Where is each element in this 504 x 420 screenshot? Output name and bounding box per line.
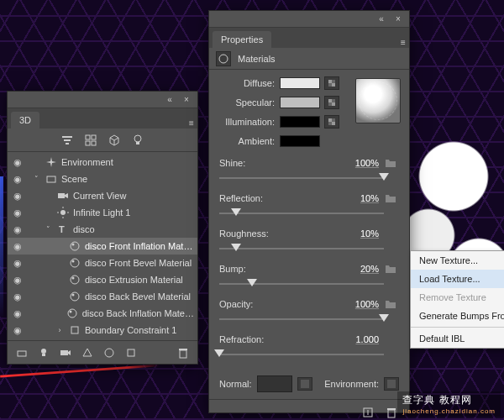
param-slider[interactable] <box>219 278 399 290</box>
sun-icon <box>56 206 70 219</box>
param-value[interactable]: 10% <box>339 228 382 239</box>
param-value[interactable]: 10% <box>339 193 382 203</box>
param-value[interactable]: 100% <box>339 158 382 168</box>
svg-rect-6 <box>92 141 96 145</box>
tree-row-1[interactable]: ◉˅Scene <box>8 171 197 187</box>
close-icon[interactable]: × <box>181 94 192 106</box>
material-icon[interactable] <box>102 345 117 360</box>
texture-menu-icon[interactable] <box>324 76 339 90</box>
visibility-eye-icon[interactable]: ◉ <box>11 241 24 252</box>
cube-icon[interactable] <box>107 133 122 148</box>
visibility-eye-icon[interactable]: ◉ <box>11 157 24 168</box>
svg-rect-45 <box>332 122 335 125</box>
svg-rect-34 <box>180 350 186 358</box>
param-slider[interactable] <box>219 243 399 255</box>
scene-icon <box>45 172 58 186</box>
camera-icon[interactable] <box>58 345 73 360</box>
constraint-icon[interactable] <box>123 345 139 360</box>
color-swatch[interactable] <box>280 116 320 128</box>
param-opacity: Opacity:100% <box>219 297 399 325</box>
close-icon[interactable]: × <box>392 13 404 25</box>
grid-icon[interactable] <box>83 133 98 148</box>
tree-row-2[interactable]: ◉Current View <box>8 187 197 204</box>
lightbulb-icon[interactable] <box>36 345 51 360</box>
tree-row-7[interactable]: ◉disco Extrusion Material <box>8 271 197 288</box>
tree-row-5[interactable]: ◉disco Front Inflation Mat… <box>8 238 197 255</box>
ctx-item-1[interactable]: Load Texture... <box>411 270 504 288</box>
ctx-item-default-ibl[interactable]: Default IBL <box>411 329 504 348</box>
tree-row-0[interactable]: ◉Environment <box>8 154 197 171</box>
svg-rect-8 <box>136 142 139 144</box>
texture-menu-icon[interactable] <box>324 96 339 109</box>
trash-icon[interactable] <box>384 405 399 420</box>
expand-icon[interactable]: ˅ <box>43 225 53 234</box>
tree-row-label: disco Back Inflation Mate… <box>82 308 194 318</box>
svg-point-24 <box>72 294 75 297</box>
param-slider[interactable] <box>219 172 399 184</box>
param-label: Refraction: <box>219 334 280 344</box>
visibility-eye-icon[interactable]: ◉ <box>11 174 24 185</box>
tree-row-10[interactable]: ◉›Boundary Constraint 1 <box>8 322 197 339</box>
visibility-eye-icon[interactable]: ◉ <box>11 275 24 286</box>
svg-rect-28 <box>18 351 26 356</box>
normal-texture-menu[interactable] <box>297 377 312 391</box>
color-swatch[interactable] <box>280 135 320 147</box>
panel-3d-header[interactable]: « × <box>8 92 197 108</box>
folder-icon[interactable] <box>382 193 399 203</box>
trash-icon[interactable] <box>176 345 191 360</box>
material-preview[interactable] <box>355 78 401 123</box>
filter-icon[interactable] <box>60 133 75 148</box>
tree-row-3[interactable]: ◉Infinite Light 1 <box>8 204 197 221</box>
watermark: 查字典 教程网 jiaocheng.chazidian.com <box>397 391 501 417</box>
svg-point-32 <box>105 349 113 357</box>
param-slider[interactable] <box>219 207 399 219</box>
folder-icon[interactable] <box>382 299 399 309</box>
visibility-eye-icon[interactable]: ◉ <box>11 308 24 319</box>
new-material-icon[interactable] <box>360 405 375 420</box>
panel-menu-icon[interactable]: ≡ <box>186 117 197 129</box>
visibility-eye-icon[interactable]: ◉ <box>11 191 24 202</box>
svg-rect-47 <box>387 380 396 388</box>
tab-properties[interactable]: Properties <box>213 31 271 48</box>
panel-properties: « × Properties ≡ Materials Diffuse:Specu… <box>208 10 410 413</box>
lightbulb-icon[interactable] <box>130 133 145 148</box>
collapse-icon[interactable]: « <box>164 94 176 106</box>
visibility-eye-icon[interactable]: ◉ <box>11 224 24 235</box>
svg-point-21 <box>71 276 79 284</box>
tree-row-6[interactable]: ◉disco Front Bevel Material <box>8 255 197 271</box>
panel-properties-tabbar: Properties ≡ <box>209 28 409 48</box>
param-slider[interactable] <box>219 313 399 325</box>
color-swatch[interactable] <box>280 97 320 108</box>
panel-menu-icon[interactable]: ≡ <box>397 36 409 48</box>
tab-3d[interactable]: 3D <box>11 112 39 129</box>
visibility-eye-icon[interactable]: ◉ <box>11 291 24 302</box>
plane-icon[interactable] <box>14 345 29 360</box>
param-value[interactable]: 20% <box>339 264 382 274</box>
visibility-eye-icon[interactable]: ◉ <box>11 325 24 336</box>
texture-menu-icon[interactable] <box>324 115 339 129</box>
tree-row-8[interactable]: ◉disco Back Bevel Material <box>8 288 197 305</box>
mesh-icon[interactable] <box>80 345 95 360</box>
param-value[interactable]: 100% <box>339 299 382 309</box>
normal-swatch[interactable] <box>257 375 292 392</box>
collapse-icon[interactable]: « <box>375 13 387 25</box>
ctx-item-3[interactable]: Generate Bumps From <box>411 307 504 325</box>
expand-icon[interactable]: ˅ <box>31 175 41 183</box>
folder-icon[interactable] <box>382 158 399 168</box>
visibility-eye-icon[interactable]: ◉ <box>11 258 24 269</box>
folder-icon[interactable] <box>382 264 399 274</box>
environment-texture-menu[interactable] <box>384 377 399 391</box>
tree-row-4[interactable]: ◉˅Tdisco <box>8 221 197 238</box>
param-value[interactable]: 1.000 <box>339 334 382 344</box>
visibility-eye-icon[interactable]: ◉ <box>11 207 24 218</box>
properties-subheader: Materials <box>209 48 409 70</box>
ctx-item-0[interactable]: New Texture... <box>411 251 504 270</box>
watermark-text: 查字典 教程网 <box>402 394 471 406</box>
color-swatch[interactable] <box>280 77 320 89</box>
panel-properties-header[interactable]: « × <box>209 11 409 28</box>
tree-row-label: disco <box>73 224 95 234</box>
tree-row-9[interactable]: ◉disco Back Inflation Mate… <box>8 305 197 322</box>
param-slider[interactable] <box>219 349 399 360</box>
expand-icon[interactable]: › <box>55 326 65 334</box>
svg-rect-51 <box>387 408 396 410</box>
